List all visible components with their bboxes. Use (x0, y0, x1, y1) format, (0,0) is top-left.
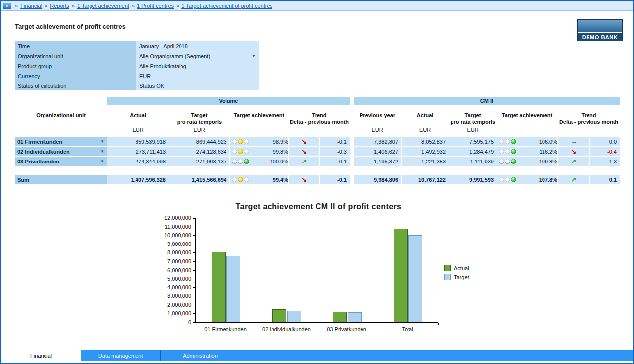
bar-target-1 (226, 256, 240, 322)
breadcrumb-separator-icon: » (45, 3, 47, 9)
y-tick-label: 1,000,000 (148, 310, 191, 316)
col-header-cmii-trend: TrendDelta - previous month (558, 109, 620, 125)
achievement-value: 99.8% (273, 149, 288, 155)
table-row: 01 Firmenkunden▼ 859,539,918 869,444,923… (15, 137, 620, 146)
currency-label: EUR (354, 126, 401, 134)
filter-value-currency[interactable]: EUR (136, 71, 259, 81)
cmii-trend-cell: → (558, 137, 589, 146)
bar-target-2 (287, 311, 301, 322)
traffic-light-icon (232, 139, 249, 144)
y-tick-label: 11,000,000 (148, 224, 191, 230)
report-page: Target achievement of profit centres DEM… (1, 11, 633, 350)
tab-data-management[interactable]: Data management (81, 350, 161, 361)
dropdown-arrow-icon[interactable]: ▼ (100, 150, 104, 154)
app-window: » » Financial » Reports » 1 Target achie… (0, 0, 634, 364)
x-category-label: 03 Privatkunden (312, 326, 381, 332)
org-unit-cell[interactable]: 03 Privatkunden▼ (15, 157, 107, 166)
y-tick (193, 296, 196, 296)
col-header-volume-actual: Actual (107, 109, 169, 125)
sum-label: Sum (17, 177, 29, 183)
breadcrumb-item-target-achievement[interactable]: 1 Target achievement (77, 3, 129, 9)
cmii-previous-year-sum-cell: 9,984,806 (354, 175, 401, 184)
y-tick (193, 244, 196, 244)
org-unit-cell[interactable]: 01 Firmenkunden▼ (15, 137, 107, 146)
legend-entry: Target (444, 274, 469, 280)
currency-label: EUR (107, 126, 169, 134)
group-gap (350, 157, 353, 166)
filter-value-status[interactable]: Status OK (136, 81, 259, 90)
trend-arrow-icon: ↘ (302, 148, 307, 155)
breadcrumb-separator-icon: » (72, 3, 75, 9)
trend-arrow-icon: ↘ (571, 148, 577, 155)
currency-label: EUR (449, 126, 497, 134)
col-header-volume-target: Targetpro rata temporis (169, 109, 229, 125)
group-header-cmii: CM II (354, 97, 620, 105)
y-tick (193, 235, 196, 236)
volume-trend-cell: ↘ (289, 137, 319, 146)
legend-entry: Actual (444, 265, 469, 271)
cmii-achievement-cell: 116.2% (497, 147, 557, 156)
bar-chart-plot (195, 218, 438, 323)
logo-image (578, 20, 622, 32)
legend-label: Actual (454, 265, 469, 271)
demo-bank-logo: DEMO BANK (577, 19, 623, 41)
cmii-delta-cell: 1.3 (590, 157, 620, 166)
sum-label-cell: Sum (15, 175, 107, 184)
volume-actual-cell: 274,344,998 (107, 157, 169, 166)
cmii-previous-year-cell: 7,382,807 (354, 137, 401, 146)
filter-value-org-unit[interactable]: Alle Organigramm (Segment)▼ (136, 51, 259, 61)
y-tick-label: 0 (148, 319, 191, 325)
cmii-previous-year-cell: 1,406,627 (354, 147, 401, 156)
expand-nav-icon[interactable]: » (3, 3, 11, 9)
y-tick (193, 305, 196, 305)
dropdown-arrow-icon[interactable]: ▼ (100, 160, 104, 163)
tab-administration[interactable]: Administration (161, 350, 240, 361)
col-header-volume-trend: TrendDelta - previous month (289, 109, 350, 125)
group-header-row: Volume CM II (15, 97, 620, 105)
filter-label-product-group: Product group (15, 61, 136, 71)
filter-value-product-group[interactable]: Alle Produktkatalog (136, 61, 259, 71)
dropdown-arrow-icon[interactable]: ▼ (100, 140, 104, 144)
trend-arrow-icon: ↗ (302, 158, 307, 164)
bar-chart-section: Target achievement CM II of profit cente… (1, 200, 633, 348)
filter-value-time[interactable]: January - April 2018 (136, 41, 259, 51)
dropdown-arrow-icon[interactable]: ▼ (252, 54, 256, 58)
y-tick (193, 261, 196, 262)
volume-actual-cell: 859,539,918 (107, 137, 169, 146)
cmii-target-cell: 1,284,479 (449, 147, 497, 156)
volume-trend-cell: ↘ (289, 147, 319, 156)
breadcrumb-item-reports[interactable]: Reports (50, 3, 69, 9)
volume-achievement-cell: 100.9% (230, 157, 288, 166)
achievement-value: 107.8% (539, 177, 557, 183)
cmii-delta-cell: -0.4 (590, 147, 620, 156)
tab-label: Financial (30, 353, 52, 359)
x-tick (196, 323, 196, 325)
cmii-trend-sum-cell: ↗ (558, 175, 589, 184)
tab-bar-filler (240, 350, 633, 361)
cmii-achievement-cell: 109.8% (497, 157, 557, 166)
bar-actual-3 (333, 312, 347, 322)
achievement-value: 99.4% (273, 177, 288, 183)
org-unit-cell[interactable]: 02 Individualkunden▼ (15, 147, 107, 156)
cmii-actual-cell: 1,221,353 (402, 157, 449, 166)
cmii-actual-sum-cell: 10,767,122 (402, 175, 449, 184)
cmii-target-sum-cell: 9,991,593 (449, 175, 497, 184)
col-header-cmii-actual: Actual (402, 109, 449, 125)
volume-delta-cell: -0.3 (320, 147, 350, 156)
breadcrumb-item-profit-centres[interactable]: 1 Profit centres (137, 3, 174, 9)
legend-swatch-actual (444, 265, 451, 271)
breadcrumb-item-financial[interactable]: Financial (20, 3, 42, 9)
filter-value-text: Status OK (139, 83, 164, 89)
breadcrumb-item-current-page[interactable]: 1 Target achievement of profit centres (181, 3, 272, 9)
achievement-value: 106.0% (539, 139, 557, 145)
tab-financial[interactable]: Financial (1, 350, 81, 361)
y-tick-label: 5,000,000 (148, 276, 191, 282)
y-tick (193, 252, 196, 253)
cmii-delta-cell: 0.0 (590, 137, 620, 146)
bar-actual-1 (212, 252, 226, 322)
x-category-label: 02 Individualkunden (252, 326, 321, 332)
traffic-light-icon (232, 177, 249, 182)
filter-label-currency: Currency (15, 71, 136, 81)
group-gap (350, 175, 353, 184)
x-tick (438, 323, 439, 325)
